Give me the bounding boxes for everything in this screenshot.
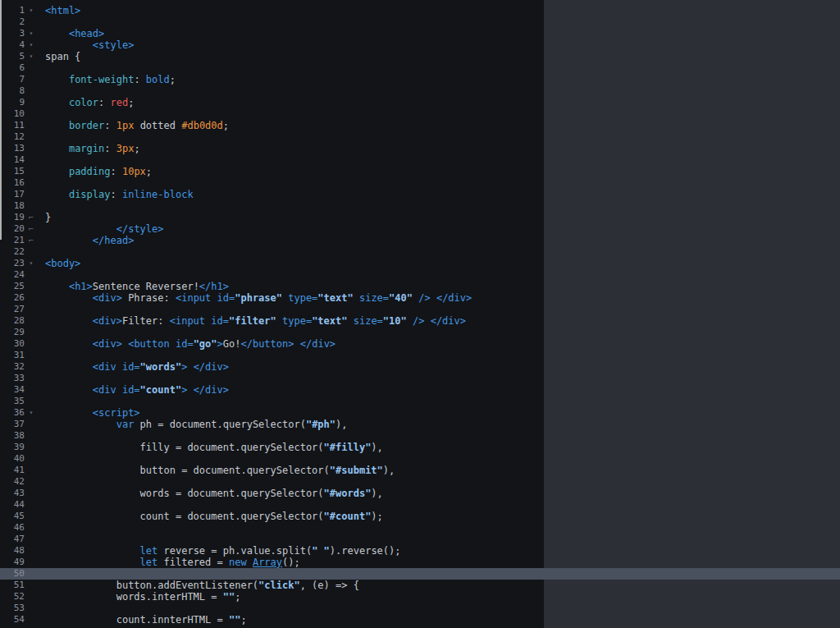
gutter: 32 <box>0 361 38 373</box>
code-line[interactable]: 11 border: 1px dotted #db0d0d; <box>0 120 840 131</box>
code-line[interactable]: 22 <box>0 246 840 258</box>
code-line[interactable]: 26 <div> Phrase: <input id="phrase" type… <box>0 292 840 304</box>
code-line[interactable]: 21⌐ </head> <box>0 235 840 246</box>
gutter: 22 <box>0 246 38 258</box>
code-text: <div id="words"> </div> <box>38 361 229 373</box>
code-line[interactable]: 39 filly = document.querySelector("#fill… <box>0 442 840 453</box>
fold-open-icon[interactable]: ▾ <box>25 258 38 269</box>
token-tag-or-keyword-blue: <input id= <box>170 315 229 327</box>
fold-gutter-empty <box>25 62 38 74</box>
code-line[interactable]: 49 let filtered = new Array(); <box>0 557 840 568</box>
token-string-bold: "" <box>229 614 240 626</box>
code-line[interactable]: 37 var ph = document.querySelector("#ph"… <box>0 419 840 430</box>
fold-gutter-empty <box>25 430 38 442</box>
code-line[interactable]: 34 <div id="count"> </div> <box>0 384 840 396</box>
token-css-property-cyan: border <box>69 120 104 131</box>
code-line[interactable]: 18 <box>0 200 840 212</box>
token-plain-text <box>45 338 93 350</box>
code-line[interactable]: 48 let reverse = ph.value.split(" ").rev… <box>0 545 840 557</box>
code-line[interactable]: 53 <box>0 603 840 614</box>
code-line[interactable]: 15 padding: 10px; <box>0 166 840 177</box>
code-text <box>38 177 45 189</box>
line-number: 40 <box>0 453 25 465</box>
code-line[interactable]: 17 display: inline-block <box>0 189 840 200</box>
token-plain-text <box>45 74 69 85</box>
code-line[interactable]: 5▾span { <box>0 51 840 62</box>
line-number: 15 <box>0 166 25 177</box>
code-text: span { <box>38 51 80 62</box>
token-plain-text <box>45 361 93 373</box>
code-line[interactable]: 2 <box>0 16 840 28</box>
line-number: 19 <box>0 212 25 223</box>
fold-end-icon: ⌐ <box>25 212 38 223</box>
active-code-line[interactable]: 50 <box>0 568 840 580</box>
code-line[interactable]: 23▾<body> <box>0 258 840 269</box>
fold-open-icon[interactable]: ▾ <box>25 39 38 51</box>
gutter: 50 <box>0 568 38 580</box>
code-line[interactable]: 16 <box>0 177 840 189</box>
code-line[interactable]: 28 <div>Filter: <input id="filter" type=… <box>0 315 840 327</box>
code-line[interactable]: 25 <h1>Sentence Reverser!</h1> <box>0 281 840 292</box>
fold-open-icon[interactable]: ▾ <box>25 51 38 62</box>
code-line[interactable]: 45 count = document.querySelector("#coun… <box>0 511 840 522</box>
code-line[interactable]: 1▾<html> <box>0 5 840 16</box>
fold-gutter-empty <box>25 419 38 430</box>
code-line[interactable]: 35 <box>0 396 840 407</box>
token-tag-or-keyword-blue: <script> <box>93 407 140 419</box>
gutter: 29 <box>0 327 38 338</box>
code-line[interactable]: 14 <box>0 154 840 166</box>
code-line[interactable]: 43 words = document.querySelector("#word… <box>0 488 840 499</box>
fold-gutter-empty <box>25 511 38 522</box>
code-line[interactable]: 12 <box>0 131 840 143</box>
code-line[interactable]: 8 <box>0 85 840 97</box>
code-line[interactable]: 31 <box>0 350 840 361</box>
code-line[interactable]: 42 <box>0 476 840 488</box>
code-line[interactable]: 30 <div> <button id="go">Go!</button> </… <box>0 338 840 350</box>
code-line[interactable]: 47 <box>0 534 840 545</box>
code-line[interactable]: 40 <box>0 453 840 465</box>
code-line[interactable]: 4▾ <style> <box>0 39 840 51</box>
code-line[interactable]: 3▾ <head> <box>0 28 840 39</box>
fold-open-icon[interactable]: ▾ <box>25 28 38 39</box>
code-line[interactable]: 10 <box>0 108 840 120</box>
token-tag-or-keyword-blue: type= <box>276 315 312 327</box>
code-line[interactable]: 33 <box>0 373 840 384</box>
token-plain-text: , (e) => { <box>300 580 359 591</box>
token-tag-or-keyword-blue: size= <box>347 315 382 327</box>
code-line[interactable]: 46 <box>0 522 840 534</box>
code-line[interactable]: 54 count.innterHTML = ""; <box>0 614 840 626</box>
code-line[interactable]: 19⌐} <box>0 212 840 223</box>
code-line[interactable]: 6 <box>0 62 840 74</box>
fold-open-icon[interactable]: ▾ <box>25 407 38 419</box>
token-class-name-underlined-blue: Array <box>253 557 282 568</box>
gutter: 34 <box>0 384 38 396</box>
code-text <box>38 499 45 511</box>
line-number: 21 <box>0 235 25 246</box>
token-tag-or-keyword-blue: <style> <box>93 39 135 51</box>
code-line[interactable]: 41 button = document.querySelector("#sub… <box>0 465 840 476</box>
code-line[interactable]: 52 words.interHTML = ""; <box>0 591 840 603</box>
code-line[interactable]: 7 font-weight: bold; <box>0 74 840 85</box>
gutter: 17 <box>0 189 38 200</box>
code-text <box>38 131 45 143</box>
token-plain-text: filly = document.querySelector( <box>45 442 324 453</box>
gutter: 39 <box>0 442 38 453</box>
code-line[interactable]: 44 <box>0 499 840 511</box>
code-text: <h1>Sentence Reverser!</h1> <box>38 281 229 292</box>
code-line[interactable]: 51 button.addEventListener("click", (e) … <box>0 580 840 591</box>
code-line[interactable]: 20⌐ </style> <box>0 223 840 235</box>
code-line[interactable]: 38 <box>0 430 840 442</box>
fold-open-icon[interactable]: ▾ <box>25 5 38 16</box>
code-line[interactable]: 13 margin: 3px; <box>0 143 840 154</box>
gutter: 46 <box>0 522 38 534</box>
code-line[interactable]: 24 <box>0 269 840 281</box>
code-line[interactable]: 27 <box>0 304 840 315</box>
gutter: 14 <box>0 154 38 166</box>
gutter: 27 <box>0 304 38 315</box>
code-line[interactable]: 32 <div id="words"> </div> <box>0 361 840 373</box>
token-plain-text: : <box>110 166 121 177</box>
code-line[interactable]: 36▾ <script> <box>0 407 840 419</box>
code-line[interactable]: 29 <box>0 327 840 338</box>
code-line[interactable]: 9 color: red; <box>0 97 840 108</box>
line-number: 45 <box>0 511 25 522</box>
